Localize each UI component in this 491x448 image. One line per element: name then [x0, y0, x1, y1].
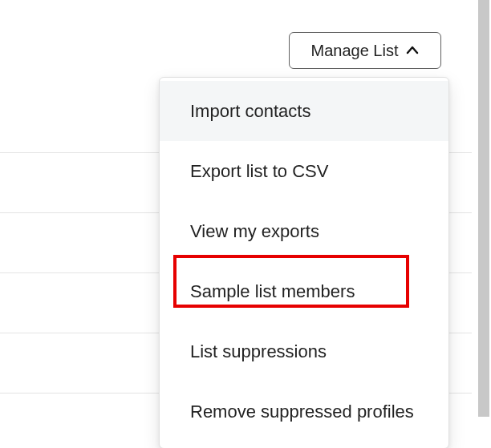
- manage-list-dropdown: Import contacts Export list to CSV View …: [159, 77, 449, 448]
- menu-item-export-csv[interactable]: Export list to CSV: [160, 141, 448, 201]
- manage-list-label: Manage List: [311, 42, 399, 60]
- manage-list-button[interactable]: Manage List: [289, 32, 441, 69]
- menu-item-remove-suppressed[interactable]: Remove suppressed profiles: [160, 381, 448, 442]
- viewport: Da No Au Au Aug 11, 2022, 10:15 PM Manag…: [0, 0, 472, 448]
- menu-item-list-suppressions[interactable]: List suppressions: [160, 321, 448, 381]
- menu-item-label: Export list to CSV: [190, 161, 328, 182]
- menu-item-label: View my exports: [190, 221, 319, 242]
- menu-item-sample-members[interactable]: Sample list members: [160, 261, 448, 321]
- scrollbar-thumb[interactable]: [478, 0, 489, 417]
- menu-item-label: Sample list members: [190, 281, 355, 302]
- menu-item-view-exports[interactable]: View my exports: [160, 201, 448, 261]
- menu-item-import-contacts[interactable]: Import contacts: [160, 81, 448, 141]
- menu-item-label: List suppressions: [190, 341, 327, 362]
- menu-item-label: Import contacts: [190, 101, 310, 122]
- menu-item-label: Remove suppressed profiles: [190, 402, 414, 422]
- vertical-scrollbar[interactable]: [472, 0, 491, 448]
- chevron-up-icon: [406, 44, 419, 57]
